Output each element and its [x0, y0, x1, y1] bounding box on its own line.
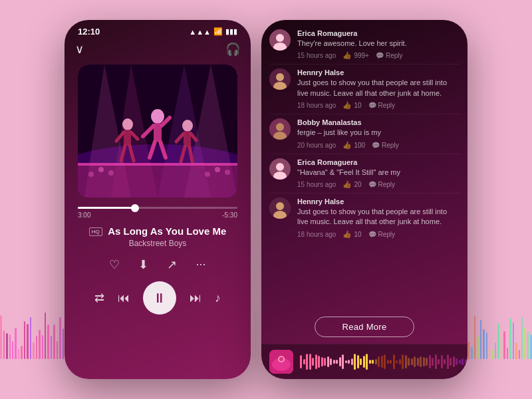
comment-body: Bobby Manalastas fergie – just like you … — [297, 118, 460, 149]
svg-point-30 — [225, 170, 230, 175]
comment-time: 15 hours ago — [297, 181, 336, 188]
svg-rect-31 — [78, 163, 237, 166]
music-player-phone: 12:10 ▲▲▲ 📶 ▮▮▮ ∨ 🎧 — [65, 20, 251, 379]
progress-bar-container[interactable]: 3:00 -5:30 — [65, 200, 251, 221]
download-icon[interactable]: ⬇ — [138, 257, 148, 272]
like-group: 👍 20 — [342, 180, 361, 189]
now-playing-waveform — [300, 352, 467, 371]
play-pause-button[interactable]: ⏸ — [143, 281, 176, 315]
more-icon[interactable]: ··· — [196, 257, 205, 272]
reply-icon: 💬 — [368, 181, 376, 188]
heart-icon[interactable]: ♡ — [109, 257, 120, 272]
song-info: HQ As Long As You Love Me Backstreet Boy… — [65, 221, 251, 251]
reply-label[interactable]: Reply — [378, 231, 396, 238]
like-group: 👍 100 — [342, 141, 365, 150]
headphone-icon[interactable]: 🎧 — [225, 42, 240, 57]
progress-track[interactable] — [78, 207, 237, 209]
progress-times: 3:00 -5:30 — [78, 211, 237, 219]
reply-button[interactable]: 💬 Reply — [368, 231, 396, 238]
shuffle-button[interactable]: ⇄ — [94, 291, 104, 305]
svg-point-42 — [276, 163, 284, 171]
top-controls: ∨ 🎧 — [65, 41, 251, 62]
comment-username: Hennry Halse — [297, 68, 460, 76]
previous-button[interactable]: ⏮ — [118, 291, 130, 305]
progress-thumb[interactable] — [131, 204, 139, 212]
comment-text: "Havana" & "Feel It Still" are my — [297, 168, 460, 178]
reply-button[interactable]: 💬 Reply — [368, 102, 396, 109]
status-bar: 12:10 ▲▲▲ 📶 ▮▮▮ — [65, 20, 251, 41]
comments-phone: Erica Romaguera They're awesome. Love he… — [261, 20, 467, 379]
svg-point-50 — [279, 357, 283, 361]
current-time: 3:00 — [78, 211, 90, 219]
comment-username: Hennry Halse — [297, 198, 460, 205]
reply-icon: 💬 — [368, 231, 376, 238]
comment-item: Erica Romaguera They're awesome. Love he… — [261, 25, 467, 64]
reply-button[interactable]: 💬 Reply — [372, 142, 399, 149]
album-art — [78, 65, 237, 198]
comment-username: Bobby Manalastas — [297, 118, 460, 126]
next-button[interactable]: ⏭ — [190, 291, 201, 305]
read-more-button[interactable]: Read More — [315, 317, 414, 337]
comment-text: They're awesome. Love her spirit. — [297, 39, 460, 49]
comment-meta: 20 hours ago 👍 100 💬 Reply — [297, 141, 460, 150]
comment-time: 20 hours ago — [297, 142, 336, 149]
like-icon: 👍 — [342, 141, 352, 150]
svg-point-39 — [276, 123, 284, 131]
comment-item: Bobby Manalastas fergie – just like you … — [261, 114, 467, 153]
reply-label[interactable]: Reply — [378, 102, 396, 109]
battery-icon: ▮▮▮ — [225, 27, 237, 36]
comment-username: Erica Romaguera — [297, 29, 460, 37]
reply-button[interactable]: 💬 Reply — [376, 52, 403, 59]
comment-meta: 18 hours ago 👍 10 💬 Reply — [297, 230, 460, 239]
avatar — [269, 29, 291, 51]
comment-body: Erica Romaguera They're awesome. Love he… — [297, 29, 460, 60]
comments-list: Erica Romaguera They're awesome. Love he… — [261, 20, 467, 311]
like-icon: 👍 — [342, 180, 352, 189]
reply-label[interactable]: Reply — [382, 142, 399, 149]
reply-icon: 💬 — [368, 102, 376, 109]
comment-item: Erica Romaguera "Havana" & "Feel It Stil… — [261, 154, 467, 193]
svg-point-33 — [276, 34, 284, 42]
reply-button[interactable]: 💬 Reply — [368, 181, 396, 188]
comment-meta: 15 hours ago 👍 999+ 💬 Reply — [297, 51, 460, 60]
comment-item: Hennry Halse Just goes to show you that … — [261, 194, 467, 243]
like-count: 20 — [354, 181, 361, 188]
svg-point-27 — [108, 170, 114, 176]
comment-body: Hennry Halse Just goes to show you that … — [297, 68, 460, 110]
chevron-down-icon[interactable]: ∨ — [75, 42, 84, 57]
comment-text: fergie – just like you is my — [297, 128, 460, 138]
like-group: 👍 999+ — [342, 51, 369, 60]
like-icon: 👍 — [342, 101, 352, 110]
comment-time: 15 hours ago — [297, 52, 336, 59]
wifi-icon: 📶 — [213, 27, 223, 36]
action-icons: ♡ ⬇ ↗ ··· — [65, 251, 251, 276]
music-note-icon[interactable]: ♪ — [215, 291, 221, 305]
share-icon[interactable]: ↗ — [167, 257, 177, 272]
like-icon: 👍 — [342, 230, 352, 239]
reply-label[interactable]: Reply — [378, 181, 396, 188]
like-icon: 👍 — [342, 51, 352, 60]
avatar — [269, 118, 291, 140]
status-icons: ▲▲▲ 📶 ▮▮▮ — [189, 27, 237, 36]
now-playing-bar — [261, 344, 467, 379]
playback-controls: ⇄ ⏮ ⏸ ⏭ ♪ — [65, 276, 251, 321]
svg-point-45 — [276, 202, 284, 210]
read-more-container: Read More — [261, 311, 467, 344]
like-group: 👍 10 — [342, 230, 361, 239]
song-title: As Long As You Love Me — [108, 225, 226, 237]
like-count: 999+ — [354, 52, 369, 59]
comment-meta: 15 hours ago 👍 20 💬 Reply — [297, 180, 460, 189]
avatar — [269, 198, 291, 219]
svg-point-19 — [182, 120, 193, 132]
reply-label[interactable]: Reply — [386, 52, 403, 59]
comment-meta: 18 hours ago 👍 10 💬 Reply — [297, 101, 460, 110]
like-count: 10 — [354, 231, 361, 238]
reply-icon: 💬 — [376, 52, 384, 59]
now-playing-thumbnail — [269, 350, 293, 374]
avatar — [269, 158, 291, 180]
svg-point-36 — [276, 73, 284, 81]
comment-username: Erica Romaguera — [297, 158, 460, 166]
song-title-line: HQ As Long As You Love Me — [78, 225, 237, 237]
svg-point-29 — [215, 167, 220, 172]
song-artist: Backstreet Boys — [78, 239, 237, 248]
